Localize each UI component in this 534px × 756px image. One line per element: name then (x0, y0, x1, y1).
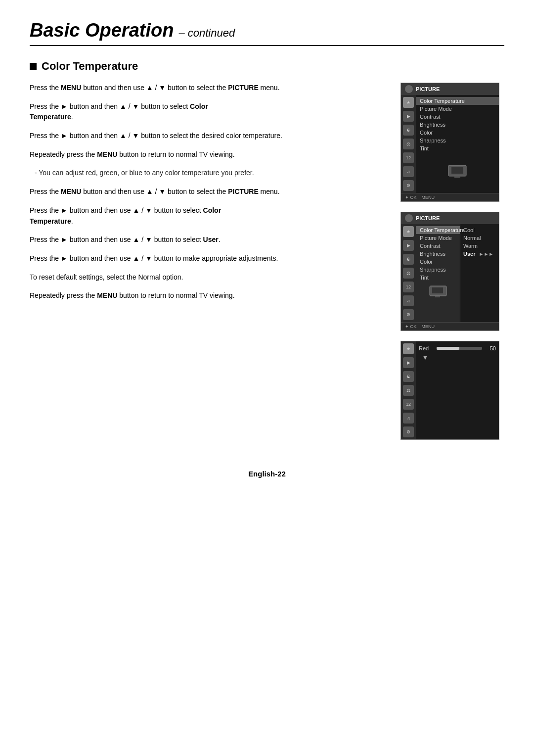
paragraph-2: Press the ► button and then ▲ / ▼ button… (30, 101, 386, 123)
panel-1-body: ★ ▶ ☯ ⚖ 12 ♫ ⚙ Color Temperature Picture… (401, 95, 499, 193)
opt-arrows: ►►► (479, 251, 494, 257)
content-area: Press the MENU button and then use ▲ / ▼… (30, 83, 504, 440)
p2-tint: Tint (416, 274, 460, 282)
p3-icon-4: 12 (403, 399, 414, 410)
p2-icon-picture: ★ (403, 226, 414, 237)
footer-ok-1: ✦ OK (405, 195, 417, 200)
slider-red-value: 50 (485, 345, 496, 351)
ui-panel-3: ★ ▶ ☯ ⚖ 12 ♫ ⚙ Red 50 (400, 341, 499, 440)
menu-item-sharpness: Sharpness (416, 137, 499, 144)
ui-panel-1: PICTURE ★ ▶ ☯ ⚖ 12 ♫ ⚙ Color Temperature… (400, 83, 499, 202)
panel-2-header-icon (405, 214, 413, 222)
svg-rect-5 (435, 296, 440, 297)
p3-icon-1: ▶ (403, 357, 414, 368)
bold-picture-1: PICTURE (228, 84, 258, 92)
panel-1-icons: ★ ▶ ☯ ⚖ 12 ♫ ⚙ (401, 95, 416, 193)
panel-1-footer: ✦ OK MENU (401, 193, 499, 201)
menu-item-tint: Tint (416, 144, 499, 152)
p2-icon-2: ☯ (403, 254, 414, 265)
p2-picturemode: Picture Mode (416, 234, 460, 242)
panel-2-header: PICTURE (401, 212, 499, 224)
title-sub: – continued (178, 27, 235, 40)
svg-rect-2 (454, 176, 460, 178)
panel-1-menu: Color Temperature Picture Mode Contrast … (416, 95, 499, 193)
page-title: Basic Operation – continued (30, 20, 504, 46)
p3-icon-3: ⚖ (403, 385, 414, 396)
p3-icon-picture: ★ (403, 343, 414, 354)
footer-menu-2: MENU (422, 324, 435, 329)
p3-icon-5: ♫ (403, 413, 414, 424)
opt-warm: Warm (463, 242, 496, 250)
ui-panel-2: PICTURE ★ ▶ ☯ ⚖ 12 ♫ ⚙ Color Temperature… (400, 212, 499, 331)
slider-triangle: ▼ (419, 353, 496, 361)
icon-4: 12 (403, 152, 414, 163)
opt-normal: Normal (463, 234, 496, 242)
menu-item-picturemode: Picture Mode (416, 105, 499, 113)
paragraph-5: Press the MENU button and then use ▲ / ▼… (30, 187, 386, 197)
p2-sharpness: Sharpness (416, 266, 460, 274)
paragraph-3: Press the ► button and then ▲ / ▼ button… (30, 131, 386, 142)
ui-column: PICTURE ★ ▶ ☯ ⚖ 12 ♫ ⚙ Color Temperature… (400, 83, 504, 440)
bold-menu-4: MENU (97, 291, 117, 299)
tv-icon-1 (447, 164, 467, 178)
slider-red-bar (437, 347, 482, 350)
menu-item-brightness: Brightness (416, 121, 499, 129)
panel-2-body: ★ ▶ ☯ ⚖ 12 ♫ ⚙ Color Temperature Picture… (401, 224, 499, 322)
svg-rect-1 (451, 167, 463, 174)
icon-5: ♫ (403, 166, 414, 177)
footer-menu-1: MENU (422, 195, 435, 200)
opt-user: User ►►► (463, 250, 496, 258)
menu-item-contrast: Contrast (416, 113, 499, 121)
panel-3-body: ★ ▶ ☯ ⚖ 12 ♫ ⚙ Red 50 (401, 341, 499, 439)
menu-item-color: Color (416, 129, 499, 137)
opt-cool: Cool (463, 226, 496, 234)
paragraph-6: Press the ► button and then use ▲ / ▼ bu… (30, 205, 386, 227)
panel-2-left-menu: Color Temperature Picture Mode Contrast … (416, 224, 460, 322)
p2-icon-5: ♫ (403, 295, 414, 306)
panel-2-icons: ★ ▶ ☯ ⚖ 12 ♫ ⚙ (401, 224, 416, 322)
panel-3-icons: ★ ▶ ☯ ⚖ 12 ♫ ⚙ (401, 341, 416, 439)
section-header: Color Temperature (30, 60, 504, 73)
p2-contrast: Contrast (416, 242, 460, 250)
svg-rect-4 (432, 287, 443, 293)
panel-2-footer: ✦ OK MENU (401, 322, 499, 331)
icon-6: ⚙ (403, 180, 414, 191)
bold-menu-2: MENU (97, 150, 117, 158)
panel-1-header-label: PICTURE (416, 86, 440, 92)
bold-colortemp-2: ColorTemperature (30, 206, 221, 225)
text-column: Press the MENU button and then use ▲ / ▼… (30, 83, 391, 440)
page-number: English-22 (30, 470, 504, 478)
bold-user: User (203, 236, 219, 243)
paragraph-1: Press the MENU button and then use ▲ / ▼… (30, 83, 386, 94)
paragraph-4: Repeatedly press the MENU button to retu… (30, 149, 386, 160)
slider-red-fill (437, 347, 459, 350)
panel-2-right-menu: Cool Normal Warm User ►►► (460, 224, 499, 322)
p3-icon-6: ⚙ (403, 426, 414, 437)
p2-brightness: Brightness (416, 250, 460, 258)
paragraph-7: Press the ► button and then use ▲ / ▼ bu… (30, 235, 386, 245)
tv-icon-2 (429, 285, 447, 298)
p2-icon-6: ⚙ (403, 309, 414, 320)
p3-icon-2: ☯ (403, 371, 414, 382)
panel-2-header-label: PICTURE (416, 215, 440, 221)
section-title: Color Temperature (42, 60, 138, 73)
menu-item-colortemp: Color Temperature (416, 97, 499, 105)
bold-picture-2: PICTURE (228, 188, 258, 195)
panel-3-slider-area: Red 50 ▼ (416, 341, 499, 439)
bold-colortemp-1: ColorTemperature (30, 102, 208, 121)
section-bullet (30, 63, 37, 70)
paragraph-8: Press the ► button and then use ▲ / ▼ bu… (30, 253, 386, 264)
bold-menu-1: MENU (61, 84, 81, 92)
note: - You can adjust red, green, or blue to … (30, 168, 386, 179)
panel-1-header-icon (405, 85, 413, 93)
panel-1-header: PICTURE (401, 83, 499, 95)
p2-icon-3: ⚖ (403, 268, 414, 279)
p2-icon-1: ▶ (403, 240, 414, 251)
icon-3: ⚖ (403, 139, 414, 149)
icon-2: ☯ (403, 125, 414, 136)
p2-color: Color (416, 258, 460, 266)
paragraph-9: To reset default settings, select the No… (30, 272, 386, 283)
icon-picture: ★ (403, 97, 414, 108)
slider-red-label: Red (419, 345, 434, 351)
slider-red-row: Red 50 (419, 345, 496, 351)
